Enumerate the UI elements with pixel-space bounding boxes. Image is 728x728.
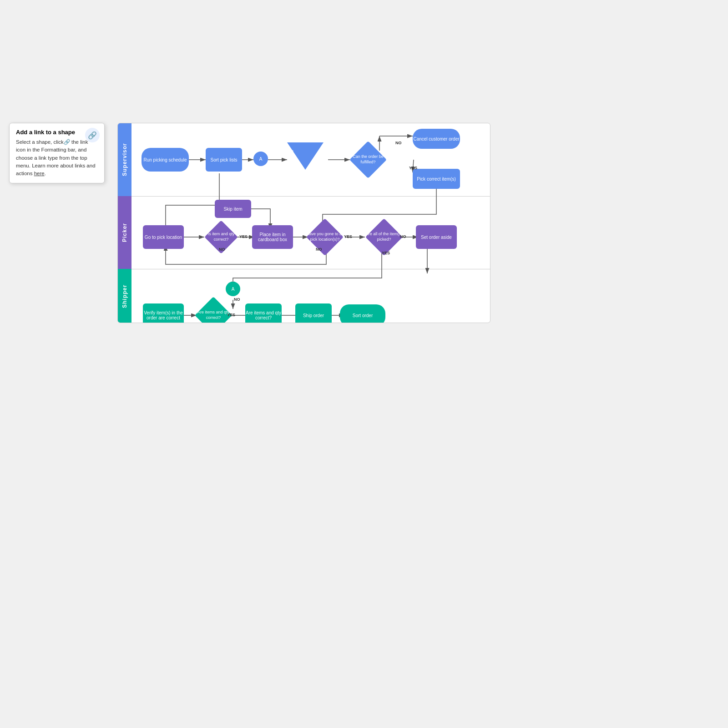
tooltip-box: Add a link to a shape 🔗 Select a shape, … (9, 123, 105, 183)
ship-order-shape[interactable]: Are items and qty correct? (245, 303, 282, 323)
have-you-gone-shape[interactable]: Have you gone to all pick location(s)? (302, 222, 348, 252)
go-pick-label: Go to pick location (145, 235, 182, 240)
circle-a2-label: A (232, 287, 235, 292)
link-icon: 🔗 (85, 128, 100, 142)
are-items-correct-shape[interactable]: Are items and qty correct? (191, 301, 236, 323)
cancel-order-label: Cancel customer order (413, 136, 459, 142)
put-on-truck-shape[interactable]: Sort order (340, 304, 385, 323)
swimlane-picker-label: Picker (118, 196, 131, 269)
swimlane-shipper-label: Shipper (118, 269, 131, 323)
yes-label-5: YES (227, 313, 235, 317)
tooltip-title-text: Add a link to a shape (16, 129, 75, 136)
place-item-shape[interactable]: Place item in cardboard box (252, 225, 293, 249)
no-label-3: NO (316, 247, 322, 252)
diagram-container: Supervisor Picker Shipper (117, 123, 490, 323)
divider-picker-shipper (131, 269, 490, 269)
swimlane-supervisor-label: Supervisor (118, 123, 131, 196)
no-label-2: NO (219, 247, 225, 252)
go-pick-shape[interactable]: Go to pick location (143, 225, 184, 249)
sort-order-label: Ship order (303, 313, 324, 318)
circle-a1-label: A (259, 157, 263, 162)
pick-correct-shape[interactable]: Pick correct item(s) (413, 169, 460, 189)
run-picking-label: Run picking schedule (143, 157, 187, 162)
yes-label-1: YES (409, 166, 417, 170)
put-on-truck-label: Sort order (353, 313, 373, 318)
cancel-order-shape[interactable]: Cancel customer order (413, 129, 460, 149)
no-label-4: NO (400, 234, 406, 239)
yes-label-2: YES (239, 234, 248, 239)
verify-items-label: Verify item(s) in the order are correct (143, 310, 184, 320)
circle-a1-shape[interactable]: A (253, 152, 268, 166)
divider-supervisor-picker (131, 196, 490, 197)
can-order-shape[interactable]: Can the order be fulfilled? (345, 146, 391, 173)
verify-items-shape[interactable]: Verify item(s) in the order are correct (143, 303, 184, 323)
ship-order-label: Are items and qty correct? (245, 310, 282, 320)
tooltip-body: Select a shape, click🔗 the link icon in … (16, 138, 98, 177)
no-label-1: NO (395, 141, 402, 145)
sort-order-shape[interactable]: Ship order (295, 303, 332, 323)
sort-pick-label: Sort pick lists (211, 157, 238, 162)
skip-item-label: Skip item (223, 207, 242, 212)
place-item-label: Place item in cardboard box (252, 232, 293, 242)
sort-pick-shape[interactable]: Sort pick lists (206, 148, 242, 172)
set-order-aside-label: Set order aside (421, 235, 452, 240)
is-item-qty-shape[interactable]: Is item and qty correct? (201, 223, 242, 251)
yes-label-4: YES (382, 251, 390, 255)
pick-correct-label: Pick correct item(s) (417, 177, 456, 182)
yes-label-3: YES (344, 234, 352, 239)
circle-a2-shape[interactable]: A (226, 282, 240, 296)
run-picking-shape[interactable]: Run picking schedule (142, 148, 189, 172)
set-order-aside-shape[interactable]: Set order aside (416, 225, 457, 249)
skip-item-shape[interactable]: Skip item (215, 200, 251, 218)
